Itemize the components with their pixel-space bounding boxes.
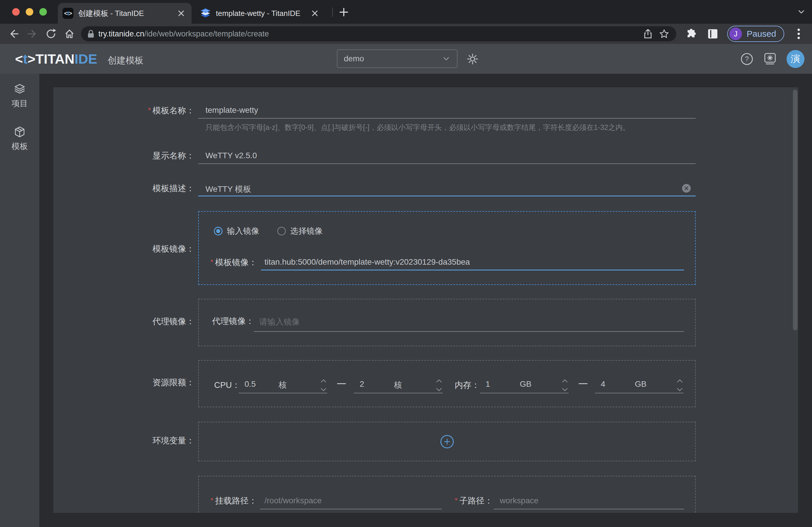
memory-max-value[interactable]: 4 xyxy=(601,380,605,389)
description-input[interactable]: WeTTY 模板 xyxy=(205,184,251,195)
memory-max-stepper[interactable]: 4 GB xyxy=(595,377,683,393)
chevron-down-icon xyxy=(442,54,451,63)
required-marker: * xyxy=(148,106,151,115)
share-icon[interactable] xyxy=(641,28,654,40)
browser-menu-dots-icon[interactable] xyxy=(792,27,806,41)
new-tab-button[interactable] xyxy=(336,4,352,20)
image-field-label: *模板镜像： xyxy=(211,257,257,268)
bookmark-star-icon[interactable] xyxy=(658,28,670,40)
stepper-arrows[interactable] xyxy=(562,379,568,392)
workspace-select-value: demo xyxy=(344,54,442,63)
tab-create-template[interactable]: <t> 创建模板 - TitanIDE xyxy=(58,3,191,24)
display-name-label: 显示名称： xyxy=(53,150,194,161)
display-name-input[interactable]: WeTTY v2.5.0 xyxy=(205,151,257,160)
tab-close-icon[interactable] xyxy=(309,8,321,19)
help-icon[interactable]: ? xyxy=(740,52,754,65)
tab-template-wetty[interactable]: </> template-wetty - TitanIDE xyxy=(195,3,325,24)
nav-buttons xyxy=(7,27,76,41)
stepper-arrows[interactable] xyxy=(320,379,327,392)
tab-search-chevron-icon[interactable] xyxy=(797,8,806,16)
cpu-max-value[interactable]: 2 xyxy=(360,380,364,389)
sidebar-item-templates[interactable]: 模板 xyxy=(12,126,28,152)
resources-label: 资源限额： xyxy=(53,377,194,388)
window-controls xyxy=(12,8,47,16)
header-right-actions: ? 演 xyxy=(740,44,804,74)
image-section-box: 输入镜像 选择镜像 *模板镜像： titan.hub:5000/demo/tem… xyxy=(198,211,696,285)
image-section-label: 模板镜像： xyxy=(53,243,194,254)
env-vars-label: 环境变量： xyxy=(53,435,194,446)
env-vars-box xyxy=(198,422,696,462)
tab-close-icon[interactable] xyxy=(175,8,187,19)
range-dash: — xyxy=(337,378,346,388)
tab-title: 创建模板 - TitanIDE xyxy=(78,9,175,18)
cpu-min-value[interactable]: 0.5 xyxy=(245,380,256,389)
browser-window: <t> 创建模板 - TitanIDE </> template-wetty -… xyxy=(0,0,812,527)
workspace-select[interactable]: demo xyxy=(337,49,458,68)
memory-label: 内存： xyxy=(454,380,480,391)
proxy-field-underline xyxy=(254,331,684,332)
reload-button[interactable] xyxy=(44,27,58,41)
radio-select-image[interactable] xyxy=(277,227,286,235)
proxy-section-box: 代理镜像： 请输入镜像 xyxy=(198,299,696,346)
stepper-arrows[interactable] xyxy=(436,379,442,392)
url-path: /ide/web/workspace/template/create xyxy=(144,29,269,38)
cpu-max-stepper[interactable]: 2 核 xyxy=(354,377,443,393)
sidebar-item-label: 项目 xyxy=(12,98,28,109)
mount-section-box: *挂载路径： /root/workspace *子路径： workspace xyxy=(198,476,696,513)
mount-path-underline xyxy=(260,509,442,509)
required-marker: * xyxy=(211,496,213,505)
radio-label[interactable]: 选择镜像 xyxy=(290,225,323,237)
svg-text:?: ? xyxy=(745,55,749,63)
display-name-underline xyxy=(198,163,696,164)
app-header: <t>TITANIDE 创建模板 demo ? xyxy=(0,44,812,74)
clear-input-icon[interactable] xyxy=(682,184,691,193)
app-sidebar: 项目 模板 xyxy=(0,74,39,527)
profile-paused-button[interactable]: J Paused xyxy=(727,26,784,42)
user-avatar[interactable]: 演 xyxy=(786,50,804,68)
memory-max-unit: GB xyxy=(635,380,647,389)
stepper-arrows[interactable] xyxy=(677,379,683,392)
workspace-settings-gear-icon[interactable] xyxy=(466,53,479,65)
required-marker: * xyxy=(454,496,458,505)
url-host: try.titanide.cn xyxy=(98,29,144,38)
template-name-input[interactable]: template-wetty xyxy=(205,106,258,115)
cpu-label: CPU： xyxy=(214,380,240,391)
mount-path-label: *挂载路径： xyxy=(211,495,257,507)
page-title: 创建模板 xyxy=(108,54,144,67)
radio-label[interactable]: 输入镜像 xyxy=(227,225,259,237)
image-source-radio-group: 输入镜像 选择镜像 xyxy=(214,225,323,237)
forward-button[interactable] xyxy=(26,27,39,41)
sidebar-item-projects[interactable]: 项目 xyxy=(12,83,28,109)
memory-min-value[interactable]: 1 xyxy=(485,380,490,389)
template-name-underline xyxy=(198,118,696,119)
lock-icon xyxy=(87,29,95,38)
window-zoom-button[interactable] xyxy=(39,8,47,16)
subpath-input[interactable]: workspace xyxy=(500,496,538,505)
proxy-field-label: 代理镜像： xyxy=(212,316,254,327)
add-env-var-button[interactable] xyxy=(440,435,454,448)
radio-input-image[interactable] xyxy=(214,227,222,235)
home-button[interactable] xyxy=(62,27,76,41)
titanide-logo[interactable]: <t>TITANIDE xyxy=(15,51,97,67)
address-bar[interactable]: try.titanide.cn/ide/web/workspace/templa… xyxy=(81,26,676,41)
system-settings-icon[interactable] xyxy=(763,52,777,66)
template-name-label: *模板名称： xyxy=(53,104,194,116)
browser-tab-strip: <t> 创建模板 - TitanIDE </> template-wetty -… xyxy=(0,0,812,24)
back-button[interactable] xyxy=(7,27,21,41)
svg-text:</>: </> xyxy=(203,9,208,12)
range-dash: — xyxy=(579,378,588,388)
description-underline-focused xyxy=(198,195,696,196)
window-minimize-button[interactable] xyxy=(26,8,33,16)
browser-toolbar: try.titanide.cn/ide/web/workspace/templa… xyxy=(0,24,812,44)
side-panel-icon[interactable] xyxy=(706,27,720,41)
required-marker: * xyxy=(211,258,213,266)
memory-min-stepper[interactable]: 1 GB xyxy=(480,377,569,393)
proxy-field-input[interactable]: 请输入镜像 xyxy=(259,317,300,327)
cpu-min-stepper[interactable]: 0.5 核 xyxy=(239,377,327,393)
mount-path-input[interactable]: /root/workspace xyxy=(264,496,322,505)
window-close-button[interactable] xyxy=(12,8,20,16)
image-field-input[interactable]: titan.hub:5000/demo/template-wetty:v2023… xyxy=(264,258,470,267)
subpath-underline xyxy=(494,509,684,509)
scrollbar-thumb[interactable] xyxy=(793,90,798,330)
extensions-puzzle-icon[interactable] xyxy=(684,27,698,41)
